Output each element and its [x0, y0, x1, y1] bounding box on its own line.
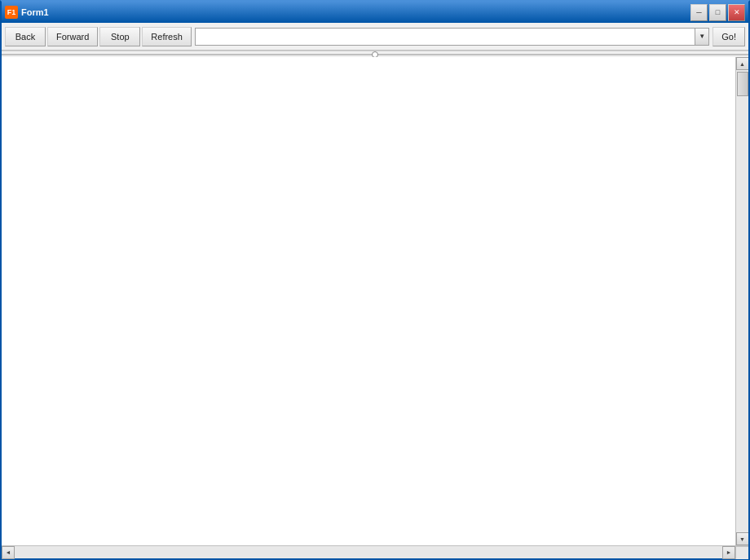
maximize-button[interactable]: □: [709, 4, 726, 21]
scroll-track-vertical[interactable]: [736, 70, 748, 532]
close-button[interactable]: ✕: [728, 4, 745, 21]
window-title: Form1: [21, 7, 49, 17]
scroll-thumb-vertical[interactable]: [737, 72, 748, 96]
app-icon: F1: [5, 6, 18, 19]
progress-container: [2, 51, 748, 57]
refresh-button[interactable]: Refresh: [142, 27, 192, 46]
app-icon-label: F1: [7, 8, 16, 16]
vertical-scrollbar: ▲ ▼: [735, 57, 748, 545]
minimize-button[interactable]: ─: [690, 4, 708, 21]
stop-button[interactable]: Stop: [99, 27, 140, 46]
url-input[interactable]: [195, 28, 695, 46]
browser-content[interactable]: [2, 57, 735, 545]
main-window: F1 Form1 ─ □ ✕ Back Forward Stop Refresh…: [0, 0, 750, 560]
url-container: ▼: [195, 28, 709, 46]
toolbar: Back Forward Stop Refresh ▼ Go!: [2, 23, 748, 51]
scrollbar-corner: [735, 546, 748, 559]
scroll-down-button[interactable]: ▼: [736, 532, 749, 545]
horizontal-scrollbar: ◄ ►: [2, 545, 748, 558]
back-button[interactable]: Back: [5, 27, 46, 46]
title-bar-buttons: ─ □ ✕: [690, 4, 745, 21]
scroll-left-button[interactable]: ◄: [2, 546, 15, 559]
forward-button[interactable]: Forward: [47, 27, 98, 46]
scroll-right-button[interactable]: ►: [722, 546, 735, 559]
title-bar: F1 Form1 ─ □ ✕: [2, 2, 748, 23]
go-button[interactable]: Go!: [712, 27, 745, 46]
url-dropdown-button[interactable]: ▼: [695, 28, 709, 46]
progress-track: [2, 54, 748, 55]
title-bar-left: F1 Form1: [5, 6, 49, 19]
content-area: ▲ ▼: [2, 57, 748, 545]
scroll-track-horizontal[interactable]: [15, 546, 722, 558]
scroll-up-button[interactable]: ▲: [736, 57, 749, 70]
